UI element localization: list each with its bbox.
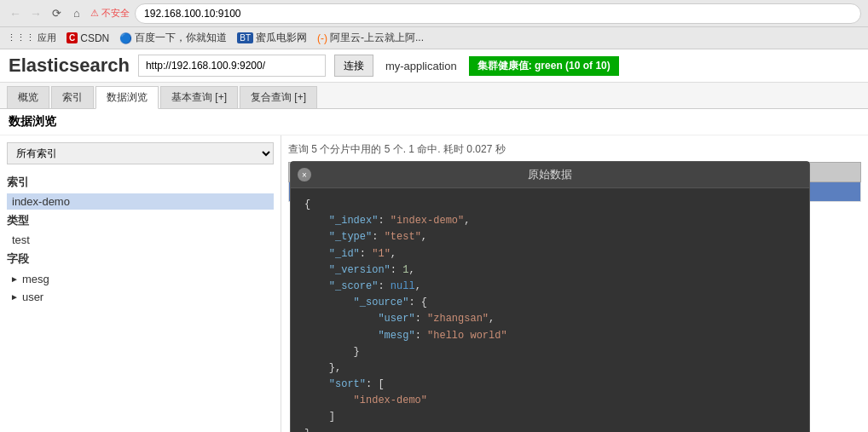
modal-body: { "_index": "index-demo", "_type": "test… — [291, 188, 809, 432]
section-title-type: 类型 — [7, 213, 274, 228]
index-select[interactable]: 所有索引 — [7, 142, 274, 164]
refresh-button[interactable]: ⟳ — [48, 5, 65, 22]
bookmark-aliyun[interactable]: (-) 阿里云-上云就上阿... — [317, 31, 424, 45]
bookmark-baidu[interactable]: 🔵 百度一下，你就知道 — [119, 31, 227, 45]
sidebar-field-user[interactable]: ► user — [7, 288, 274, 306]
nav-buttons: ← → ⟳ ⌂ — [7, 5, 85, 22]
bookmark-apps[interactable]: ⋮⋮⋮ 应用 — [7, 32, 56, 44]
bookmark-bt[interactable]: BT 蜜瓜电影网 — [237, 31, 307, 45]
app-header: Elasticsearch 连接 my-application 集群健康值: g… — [0, 49, 868, 83]
url-input[interactable] — [138, 55, 326, 77]
address-bar[interactable]: 192.168.100.10:9100 — [135, 3, 861, 24]
app-name: my-application — [385, 60, 457, 72]
es-logo: Elasticsearch — [9, 55, 130, 77]
nav-tabs: 概览 索引 数据浏览 基本查询 [+] 复合查询 [+] — [0, 83, 868, 109]
content-area: 查询 5 个分片中用的 5 个. 1 命中. 耗时 0.027 秒 _index… — [281, 135, 868, 432]
tab-complex-query[interactable]: 复合查询 [+] — [240, 86, 317, 108]
field-user-label: user — [22, 291, 43, 303]
address-text: 192.168.100.10:9100 — [144, 8, 240, 20]
raw-data-modal: × 原始数据 { "_index": "index-demo", "_type"… — [290, 161, 810, 432]
modal-close-button[interactable]: × — [298, 168, 311, 181]
modal-header: × 原始数据 — [291, 162, 809, 188]
back-button[interactable]: ← — [7, 5, 24, 22]
expand-arrow-user: ► — [10, 292, 19, 302]
home-button[interactable]: ⌂ — [68, 5, 85, 22]
sidebar-type-test[interactable]: test — [7, 232, 274, 248]
connect-button[interactable]: 连接 — [334, 55, 373, 77]
query-info: 查询 5 个分片中用的 5 个. 1 命中. 耗时 0.027 秒 — [288, 142, 861, 157]
sidebar-field-mesg[interactable]: ► mesg — [7, 270, 274, 288]
close-icon: × — [302, 170, 307, 180]
tab-overview[interactable]: 概览 — [7, 86, 49, 108]
security-warning: ⚠ 不安全 — [90, 7, 130, 20]
forward-button[interactable]: → — [27, 5, 44, 22]
tab-index[interactable]: 索引 — [51, 86, 94, 108]
main-content: 所有索引 索引 index-demo 类型 test 字段 ► mesg ► u… — [0, 135, 868, 432]
sidebar-index-demo[interactable]: index-demo — [7, 193, 274, 210]
sidebar: 所有索引 索引 index-demo 类型 test 字段 ► mesg ► u… — [0, 135, 281, 432]
browser-bar: ← → ⟳ ⌂ ⚠ 不安全 192.168.100.10:9100 — [0, 0, 868, 27]
bookmark-csdn[interactable]: C CSDN — [67, 32, 109, 44]
section-title-index: 索引 — [7, 175, 274, 190]
modal-title: 原始数据 — [528, 167, 572, 182]
cluster-status: 集群健康值: green (10 of 10) — [469, 56, 619, 76]
expand-arrow-mesg: ► — [10, 274, 19, 284]
page-title: 数据浏览 — [0, 109, 868, 135]
field-mesg-label: mesg — [22, 273, 49, 285]
tab-data-browser[interactable]: 数据浏览 — [95, 86, 159, 109]
bookmarks-bar: ⋮⋮⋮ 应用 C CSDN 🔵 百度一下，你就知道 BT 蜜瓜电影网 (-) 阿… — [0, 27, 868, 49]
tab-basic-query[interactable]: 基本查询 [+] — [160, 86, 238, 108]
section-title-fields: 字段 — [7, 251, 274, 267]
